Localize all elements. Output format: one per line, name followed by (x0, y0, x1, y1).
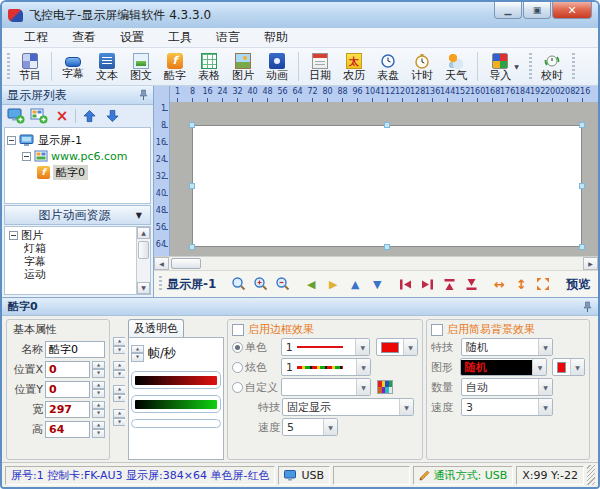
scroll-right-icon[interactable]: ▶ (583, 257, 598, 270)
toolbar-button-dial[interactable]: 表盘 (371, 49, 405, 84)
toolbar-button-table[interactable]: 表格 (192, 49, 226, 84)
tree-item-kooltext[interactable]: f 酷字0 (7, 164, 148, 180)
width-field[interactable]: 297 (45, 401, 90, 418)
resources-header[interactable]: 图片动画资源 ▼ (4, 205, 151, 225)
single-color-select[interactable]: 1 ▼ (281, 338, 370, 356)
horizontal-scrollbar[interactable]: ◀ ▶ (154, 256, 598, 270)
height-stepper[interactable]: ▲▼ (92, 421, 105, 438)
resources-scrollbar[interactable]: ▲ ▼ (136, 227, 150, 294)
nudge-down-button[interactable]: ▼ (366, 274, 388, 294)
menu-view[interactable]: 查看 (60, 27, 108, 48)
add-screen-button[interactable] (6, 107, 26, 126)
stepper[interactable]: ▲▼ (113, 337, 125, 354)
background-effect-checkbox[interactable] (431, 324, 443, 336)
bg-speed-select[interactable]: 3 ▼ (461, 398, 553, 416)
maximize-button[interactable]: ▣ (523, 2, 551, 19)
menu-tools[interactable]: 工具 (156, 27, 204, 48)
align-left-button[interactable] (394, 274, 416, 294)
stretch-horizontal-button[interactable]: ↔ (488, 274, 510, 294)
toolbar-button-import[interactable]: 导入 ▼ (482, 49, 526, 84)
palette-button[interactable] (377, 380, 393, 394)
resize-handle[interactable] (579, 183, 585, 189)
minimize-button[interactable]: ▁ (494, 2, 522, 19)
toolbar-button-kooltext[interactable]: 酷字 (158, 49, 192, 84)
align-bottom-button[interactable] (460, 274, 482, 294)
collapse-icon[interactable] (22, 152, 31, 161)
resize-handle[interactable] (579, 122, 585, 128)
align-right-button[interactable] (416, 274, 438, 294)
menu-project[interactable]: 工程 (12, 27, 60, 48)
pin-icon[interactable] (583, 301, 592, 313)
toolbar-button-animation[interactable]: 动画 (260, 49, 294, 84)
delete-button[interactable]: × (52, 107, 72, 126)
close-button[interactable]: ✕ (552, 2, 592, 19)
colorful-select[interactable]: 1 ▼ (281, 358, 371, 376)
collapse-icon[interactable] (9, 231, 18, 240)
resize-handle[interactable] (384, 244, 390, 250)
collapse-icon[interactable] (7, 136, 16, 145)
toolbar-button-text[interactable]: 文本 (90, 49, 124, 84)
red-channel-slider[interactable] (131, 371, 221, 389)
move-up-button[interactable] (79, 107, 99, 126)
stepper[interactable]: ▲▼ (113, 361, 125, 378)
display-region[interactable] (192, 125, 582, 247)
scrollbar-thumb[interactable] (171, 258, 201, 269)
zoom-normal-button[interactable] (228, 274, 250, 294)
bg-effect-mode-select[interactable]: 随机 ▼ (461, 338, 553, 356)
zoom-out-button[interactable] (272, 274, 294, 294)
border-color-select[interactable]: ▼ (376, 338, 418, 356)
preview-play-button[interactable] (594, 274, 598, 294)
width-stepper[interactable]: ▲▼ (92, 401, 105, 418)
bg-color-select[interactable]: ▼ (552, 358, 585, 376)
custom-radio[interactable] (232, 382, 243, 393)
bg-shape-select[interactable]: 随机 ▼ (460, 358, 548, 376)
border-effect-checkbox[interactable] (232, 324, 244, 336)
nudge-left-button[interactable]: ◀ (300, 274, 322, 294)
stepper[interactable]: ▲▼ (113, 385, 125, 402)
align-top-button[interactable] (438, 274, 460, 294)
height-field[interactable]: 64 (45, 421, 90, 438)
border-speed-select[interactable]: 5 ▼ (282, 418, 338, 436)
tree-item-screen[interactable]: 显示屏-1 (7, 132, 148, 148)
colorful-radio[interactable] (232, 362, 243, 373)
fit-screen-button[interactable] (532, 274, 554, 294)
menu-language[interactable]: 语言 (204, 27, 252, 48)
pos-y-field[interactable]: 0 (45, 381, 90, 398)
resize-handle[interactable] (384, 122, 390, 128)
add-program-button[interactable] (29, 107, 49, 126)
pin-icon[interactable] (139, 89, 148, 101)
custom-select[interactable]: ▼ (281, 378, 371, 396)
resize-handle[interactable] (189, 122, 195, 128)
stepper[interactable]: ▲▼ (113, 409, 125, 426)
border-effect-mode-select[interactable]: 固定显示 ▼ (282, 398, 414, 416)
fps-stepper[interactable]: ▲▼ (131, 345, 144, 362)
design-canvas[interactable] (170, 102, 598, 256)
resize-handle[interactable] (579, 244, 585, 250)
zoom-in-button[interactable] (250, 274, 272, 294)
pos-y-stepper[interactable]: ▲▼ (92, 381, 105, 398)
tab-color-transparency[interactable]: 及透明色 (128, 319, 184, 337)
move-down-button[interactable] (102, 107, 122, 126)
toolbar-button-program[interactable]: 节目 (13, 49, 47, 84)
resize-grip[interactable] (587, 465, 595, 485)
toolbar-button-pictext[interactable]: 图文 (124, 49, 158, 84)
resource-item[interactable]: 运动 (9, 268, 136, 281)
toolbar-button-picture[interactable]: 图片 (226, 49, 260, 84)
toolbar-button-subtitle[interactable]: 字幕 (56, 49, 90, 84)
pos-x-stepper[interactable]: ▲▼ (92, 361, 105, 378)
green-channel-slider[interactable] (131, 395, 221, 413)
resize-handle[interactable] (189, 183, 195, 189)
resize-handle[interactable] (189, 244, 195, 250)
nudge-up-button[interactable]: ▲ (344, 274, 366, 294)
toolbar-button-timesync[interactable]: 校时 (535, 49, 569, 84)
menu-help[interactable]: 帮助 (252, 27, 300, 48)
scroll-down-icon[interactable]: ▼ (137, 282, 150, 294)
toolbar-button-lunar[interactable]: 农历 (337, 49, 371, 84)
nudge-right-button[interactable]: ▶ (322, 274, 344, 294)
pos-x-field[interactable]: 0 (45, 361, 90, 378)
toolbar-button-date[interactable]: 日期 (303, 49, 337, 84)
blue-channel-slider[interactable] (131, 419, 221, 428)
bg-count-select[interactable]: 自动 ▼ (461, 378, 553, 396)
name-field[interactable]: 酷字0 (45, 341, 105, 358)
toolbar-button-timer[interactable]: 计时 (405, 49, 439, 84)
